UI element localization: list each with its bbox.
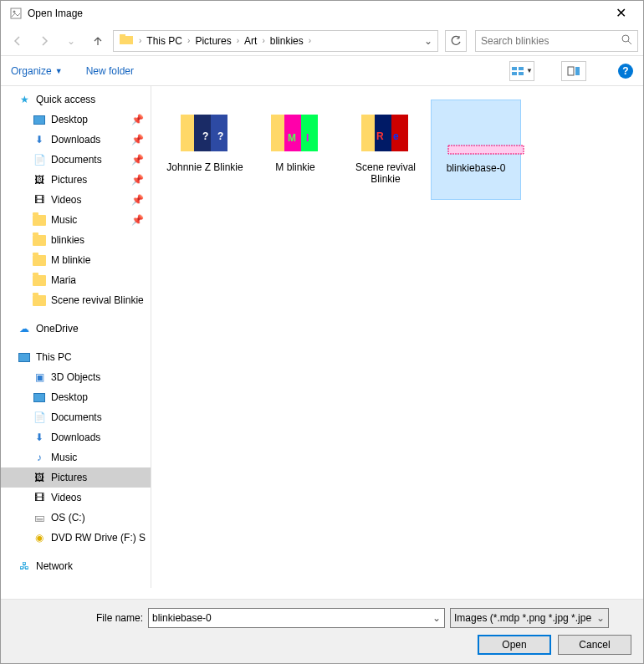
- svg-text:?: ?: [217, 130, 223, 142]
- pc-icon: [18, 350, 31, 364]
- help-button[interactable]: ?: [618, 64, 633, 79]
- chevron-down-icon: ⌄: [596, 612, 605, 624]
- file-pane[interactable]: ?? Johnnie Z Blinkie MI M blinkie Re Sce…: [151, 86, 643, 588]
- file-label: Scene revival Blinkie: [340, 161, 431, 185]
- svg-text:I: I: [306, 132, 309, 144]
- organize-menu[interactable]: Organize ▼: [11, 65, 63, 77]
- breadcrumb-thispc[interactable]: This PC: [143, 35, 186, 47]
- cloud-icon: ☁: [18, 322, 31, 335]
- folder-thumb: Re: [356, 106, 415, 156]
- pin-icon: 📌: [131, 174, 144, 186]
- refresh-button[interactable]: [445, 30, 467, 52]
- tree-mblinkie[interactable]: M blinkie: [1, 250, 151, 270]
- folder-icon: [33, 213, 46, 227]
- image-thumb: [447, 107, 505, 157]
- breadcrumb-art[interactable]: Art: [241, 35, 260, 47]
- file-item[interactable]: MI M blinkie: [250, 100, 340, 200]
- back-button[interactable]: [6, 29, 29, 53]
- breadcrumb-pictures[interactable]: Pictures: [192, 35, 234, 47]
- chevron-right-icon: ›: [137, 36, 143, 45]
- tree-osc[interactable]: 🖴OS (C:): [1, 508, 151, 528]
- file-label: blinkiebase-0: [447, 162, 506, 174]
- file-item[interactable]: ?? Johnnie Z Blinkie: [160, 100, 250, 200]
- svg-rect-10: [568, 67, 574, 75]
- tree-pictures2[interactable]: 🖼Pictures: [1, 467, 151, 488]
- breadcrumb-blinkies[interactable]: blinkies: [267, 35, 307, 47]
- music-icon: ♪: [33, 451, 46, 464]
- forward-button[interactable]: [33, 29, 56, 53]
- pictures-icon: 🖼: [33, 471, 46, 484]
- chevron-down-icon[interactable]: ⌄: [432, 612, 441, 624]
- pin-icon: 📌: [131, 134, 144, 146]
- window-title: Open Image: [28, 8, 602, 19]
- tree-music2[interactable]: ♪Music: [1, 447, 151, 467]
- documents-icon: 📄: [33, 411, 46, 424]
- svg-text:e: e: [393, 130, 399, 142]
- toolbar: Organize ▼ New folder ▼ ?: [1, 56, 643, 86]
- folder-thumb: MI: [266, 106, 325, 156]
- svg-rect-3: [120, 34, 125, 37]
- filename-input[interactable]: [152, 612, 432, 624]
- drive-icon: 🖴: [33, 511, 46, 524]
- downloads-icon: ⬇: [33, 431, 46, 444]
- chevron-down-icon: ▼: [55, 67, 63, 75]
- chevron-right-icon: ›: [307, 36, 313, 45]
- tree-desktop[interactable]: Desktop📌: [1, 110, 151, 130]
- tree-quick-access[interactable]: ★Quick access: [1, 89, 151, 110]
- tree-music[interactable]: Music📌: [1, 210, 151, 230]
- filename-combobox[interactable]: ⌄: [148, 608, 445, 628]
- tree-videos[interactable]: 🎞Videos📌: [1, 190, 151, 210]
- tree-downloads[interactable]: ⬇Downloads📌: [1, 130, 151, 150]
- address-bar[interactable]: › This PC › Pictures › Art › blinkies › …: [113, 30, 438, 52]
- cancel-button[interactable]: Cancel: [558, 635, 631, 655]
- recent-dropdown[interactable]: ⌄: [59, 29, 83, 53]
- preview-pane-button[interactable]: [561, 61, 586, 81]
- search-input[interactable]: [481, 35, 617, 47]
- svg-rect-8: [512, 72, 517, 75]
- tree-downloads2[interactable]: ⬇Downloads: [1, 427, 151, 447]
- bottom-panel: File name: ⌄ Images (*.mdp *.png *.jpg *…: [1, 599, 643, 663]
- tree-3dobjects[interactable]: ▣3D Objects: [1, 367, 151, 387]
- filetype-filter[interactable]: Images (*.mdp *.png *.jpg *.jpe ⌄: [450, 608, 609, 628]
- network-icon: 🖧: [18, 559, 31, 573]
- dvd-icon: ◉: [33, 531, 46, 544]
- tree-documents2[interactable]: 📄Documents: [1, 407, 151, 427]
- title-bar: Open Image ✕: [1, 1, 643, 26]
- file-item[interactable]: Re Scene revival Blinkie: [340, 100, 431, 200]
- tree-dvd[interactable]: ◉DVD RW Drive (F:) S: [1, 528, 151, 548]
- close-button[interactable]: ✕: [602, 2, 640, 25]
- open-button[interactable]: Open: [478, 635, 551, 655]
- svg-point-4: [622, 35, 629, 42]
- documents-icon: 📄: [33, 153, 46, 166]
- chevron-right-icon: ›: [235, 36, 241, 45]
- search-icon: [621, 33, 632, 48]
- tree-documents[interactable]: 📄Documents📌: [1, 150, 151, 170]
- folder-icon: [33, 294, 46, 307]
- pin-icon: 📌: [131, 214, 144, 226]
- filename-label: File name:: [96, 612, 143, 624]
- folder-icon: [33, 253, 46, 267]
- chevron-right-icon: ›: [260, 36, 266, 45]
- file-item-selected[interactable]: blinkiebase-0: [431, 100, 521, 200]
- tree-maria[interactable]: Maria: [1, 270, 151, 290]
- view-mode-button[interactable]: ▼: [509, 61, 534, 81]
- tree-videos2[interactable]: 🎞Videos: [1, 488, 151, 508]
- svg-rect-2: [120, 36, 133, 44]
- tree-thispc[interactable]: This PC: [1, 347, 151, 367]
- svg-text:M: M: [288, 132, 296, 144]
- tree-pictures[interactable]: 🖼Pictures📌: [1, 170, 151, 190]
- tree-network[interactable]: 🖧Network: [1, 556, 151, 576]
- downloads-icon: ⬇: [33, 133, 46, 146]
- new-folder-button[interactable]: New folder: [86, 65, 134, 77]
- address-dropdown[interactable]: ⌄: [421, 35, 436, 47]
- tree-blinkies[interactable]: blinkies: [1, 230, 151, 250]
- tree-scene[interactable]: Scene revival Blinkie: [1, 290, 151, 310]
- tree-desktop2[interactable]: Desktop: [1, 387, 151, 407]
- tree-onedrive[interactable]: ☁OneDrive: [1, 319, 151, 339]
- app-icon: [9, 7, 23, 20]
- search-box[interactable]: [475, 30, 638, 52]
- svg-line-5: [628, 41, 631, 44]
- up-button[interactable]: [86, 29, 110, 53]
- svg-rect-0: [11, 8, 21, 18]
- svg-rect-30: [448, 146, 524, 154]
